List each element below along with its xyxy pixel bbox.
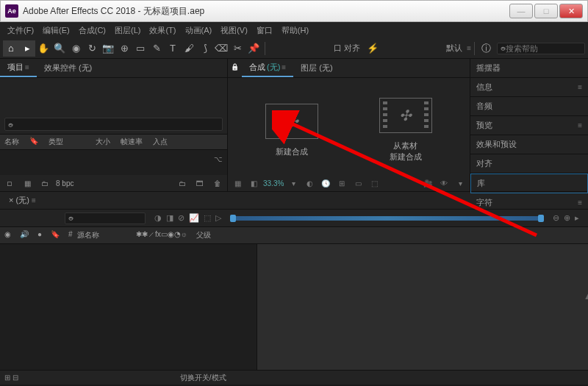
panel-wiggler[interactable]: 摇摆器	[470, 59, 588, 78]
chan-icon[interactable]: ▾	[287, 177, 300, 189]
menu-effect[interactable]: 效果(T)	[145, 24, 180, 37]
col-fps[interactable]: 帧速率	[121, 137, 143, 147]
eraser-tool-icon[interactable]: ⌫	[213, 40, 229, 57]
panel-audio[interactable]: 音频	[470, 97, 588, 116]
panel-info[interactable]: 信息≡	[470, 78, 588, 97]
info-icon[interactable]: ⓘ	[478, 40, 494, 57]
orbit-tool-icon[interactable]: ◉	[68, 40, 84, 57]
clone-tool-icon[interactable]: ⟆	[197, 40, 213, 57]
col-num[interactable]: #	[64, 229, 73, 242]
time-icon[interactable]: 🕓	[319, 177, 332, 189]
col-vis-icon[interactable]: ◉	[0, 229, 15, 242]
switches-modes-toggle[interactable]: 切换开关/模式	[180, 373, 226, 383]
panel-menu-icon[interactable]: ≡	[32, 196, 36, 204]
selection-tool-icon[interactable]: ▸	[19, 40, 35, 57]
brush-tool-icon[interactable]: 🖌	[181, 40, 197, 57]
col-label-icon[interactable]: 🔖	[46, 229, 64, 242]
panel-libraries[interactable]: 库	[470, 174, 588, 193]
marker-icon[interactable]: ▷	[215, 213, 221, 223]
panel-menu-icon[interactable]: ≡	[578, 83, 582, 91]
panel-menu-icon[interactable]: ≡	[282, 63, 286, 71]
bpc-label[interactable]: 8 bpc	[56, 179, 74, 187]
close-button[interactable]: ✕	[559, 4, 583, 18]
col-in[interactable]: 入点	[153, 137, 168, 147]
cam-icon[interactable]: 🎥	[421, 177, 434, 189]
menu-animation[interactable]: 动画(A)	[181, 24, 217, 37]
panel-menu-icon[interactable]: ≡	[578, 121, 582, 129]
menu-file[interactable]: 文件(F)	[3, 24, 38, 37]
tab-composition[interactable]: 合成 (无) ≡	[242, 59, 293, 77]
workspace-menu-icon[interactable]: ≡	[467, 44, 471, 52]
rotate-tool-icon[interactable]: ↻	[84, 40, 100, 57]
mask-icon[interactable]: ◐	[303, 177, 316, 189]
shy-icon[interactable]: ◑	[154, 213, 162, 223]
panel-align[interactable]: 对齐	[470, 154, 588, 174]
col-type[interactable]: 类型	[49, 137, 63, 147]
bin-icon[interactable]: 🗀	[38, 177, 51, 189]
res-icon[interactable]: ◧	[247, 177, 260, 189]
menu-composition[interactable]: 合成(C)	[74, 24, 110, 37]
snap-toggle[interactable]: 口 对齐	[329, 43, 365, 54]
3d-icon[interactable]: ⬚	[368, 177, 381, 189]
col-size[interactable]: 大小	[96, 137, 110, 147]
hand-tool-icon[interactable]: ✋	[35, 40, 51, 57]
camera-tool-icon[interactable]: 📷	[100, 40, 116, 57]
col-audio-icon[interactable]: 🔊	[15, 229, 33, 242]
tab-effect-controls[interactable]: 效果控件 (无)	[37, 59, 99, 77]
col-name[interactable]: 名称	[4, 137, 19, 147]
project-list[interactable]: ⌥	[0, 150, 227, 175]
home-tool-icon[interactable]: ⌂	[3, 40, 19, 57]
graph-icon[interactable]: 📈	[189, 213, 199, 223]
thumb-icon[interactable]: ▦	[21, 177, 34, 189]
panel-menu-icon[interactable]: ≡	[25, 63, 29, 71]
workspace-default[interactable]: 默认	[442, 43, 467, 54]
tab-timeline[interactable]: × (无) ≡	[0, 192, 45, 209]
zoom-tool-icon[interactable]: 🔍	[51, 40, 68, 57]
new-folder-icon[interactable]: 🗀	[176, 177, 189, 189]
grid-icon[interactable]: ▦	[231, 177, 244, 189]
view-icon[interactable]: 👁	[437, 177, 451, 189]
tab-project[interactable]: 项目 ≡	[0, 59, 37, 77]
layer-list[interactable]	[0, 244, 257, 370]
zoom-in-icon[interactable]: ⊕	[564, 213, 570, 223]
roto-tool-icon[interactable]: ✂	[229, 40, 245, 57]
comp-marker-icon[interactable]: ▸	[575, 213, 579, 223]
more-icon[interactable]: ▾	[453, 177, 467, 189]
interpret-icon[interactable]: 🗆	[3, 177, 16, 189]
lock-icon[interactable]	[228, 59, 242, 77]
col-switch-icon[interactable]: ✱✱⟋fx▭◉◔☼	[132, 229, 192, 242]
help-search-input[interactable]	[506, 44, 588, 53]
panel-effects-presets[interactable]: 效果和预设	[470, 135, 588, 154]
new-comp-icon[interactable]: 🗔	[193, 177, 207, 189]
new-comp-placeholder[interactable]: ✣ 新建合成	[265, 104, 318, 157]
timeline-area[interactable]: ▲▼	[257, 244, 588, 370]
time-navigator[interactable]	[232, 216, 542, 221]
col-parent[interactable]: 父级	[192, 229, 236, 242]
rect-tool-icon[interactable]: ▭	[132, 40, 148, 57]
zoom-out-icon[interactable]: ⊖	[553, 213, 559, 223]
menu-layer[interactable]: 图层(L)	[110, 24, 145, 37]
project-search-input[interactable]	[13, 120, 219, 129]
flowchart-icon[interactable]: ⌥	[214, 154, 223, 163]
menu-edit[interactable]: 编辑(E)	[38, 24, 74, 37]
col-source-name[interactable]: 源名称	[73, 229, 132, 242]
menu-help[interactable]: 帮助(H)	[277, 24, 313, 37]
help-search[interactable]: ᴑ̴	[497, 43, 585, 54]
trash-icon[interactable]: 🗑	[211, 177, 224, 189]
new-comp-from-footage-placeholder[interactable]: ✣ 从素材新建合成	[379, 98, 432, 162]
pan-behind-tool-icon[interactable]: ⊕	[116, 40, 132, 57]
snap-opt-icon[interactable]: ⚡	[365, 40, 381, 57]
minimize-button[interactable]: —	[509, 4, 533, 18]
frame-blend-icon[interactable]: ◨	[166, 213, 173, 223]
menu-view[interactable]: 视图(V)	[216, 24, 252, 37]
pen-tool-icon[interactable]: ✎	[148, 40, 165, 57]
guides-icon[interactable]: ▭	[351, 177, 365, 189]
draft3d-icon[interactable]: ⬚	[204, 213, 211, 223]
snap-icon[interactable]: ⊞	[335, 177, 348, 189]
tab-layer[interactable]: 图层 (无)	[293, 59, 340, 77]
menu-window[interactable]: 窗口	[252, 24, 277, 37]
toggle-icon[interactable]: ⊞ ⊟	[4, 374, 18, 382]
col-lock-icon[interactable]: ●	[33, 229, 46, 242]
timeline-search[interactable]: ᴑ̴	[65, 212, 146, 224]
scroll-thumb-icon[interactable]: ▲▼	[583, 289, 586, 296]
